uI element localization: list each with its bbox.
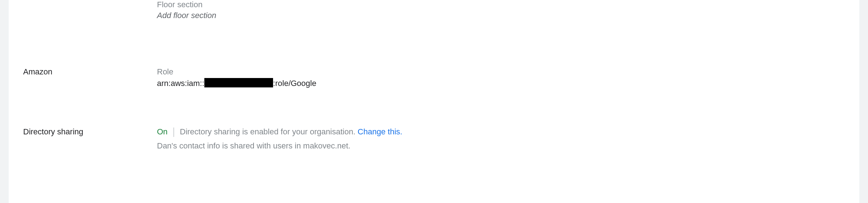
amazon-label-col: Amazon [23,67,157,77]
directory-sharing-status-line: On Directory sharing is enabled for your… [157,127,845,138]
directory-sharing-sub-description: Dan's contact info is shared with users … [157,141,845,151]
directory-sharing-label-col: Directory sharing [23,127,157,137]
amazon-section-label: Amazon [23,67,52,76]
change-directory-sharing-link[interactable]: Change this. [358,127,403,136]
amazon-row: Amazon Role arn:aws:iam:::role/Google [23,67,845,88]
floor-section-row: Floor section Add floor section [23,0,845,20]
amazon-role-arn-value: arn:aws:iam:::role/Google [157,79,845,88]
arn-prefix: arn:aws:iam:: [157,79,204,88]
directory-sharing-section-label: Directory sharing [23,127,83,136]
directory-sharing-value-col: On Directory sharing is enabled for your… [157,127,845,151]
directory-sharing-description: Directory sharing is enabled for your or… [180,127,358,136]
directory-sharing-status: On [157,127,167,136]
add-floor-section-action[interactable]: Add floor section [157,11,845,20]
settings-panel: Floor section Add floor section Amazon R… [9,0,859,203]
amazon-role-field-label: Role [157,67,845,77]
floor-section-field-label: Floor section [157,0,845,9]
floor-section-value-col: Floor section Add floor section [157,0,845,20]
status-divider [174,128,174,137]
arn-suffix: :role/Google [273,79,316,88]
amazon-value-col: Role arn:aws:iam:::role/Google [157,67,845,88]
redacted-account-id [204,78,273,87]
directory-sharing-row: Directory sharing On Directory sharing i… [23,127,845,151]
